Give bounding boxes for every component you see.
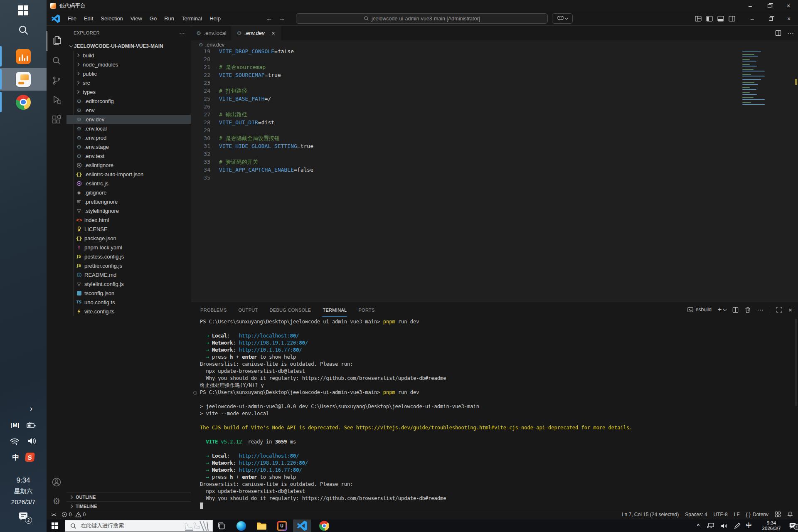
activity-search[interactable] xyxy=(47,51,66,71)
toggle-sidebar-icon[interactable] xyxy=(706,15,713,22)
taskbar-edge[interactable] xyxy=(236,520,246,531)
explorer-root-folder[interactable]: JEELOWCODE-UI-ADMIN-VUE3-MAIN xyxy=(66,42,191,51)
more-actions-icon[interactable]: ⋯ xyxy=(757,306,764,314)
file-prettier-config-js[interactable]: JSprettier.config.js xyxy=(66,261,191,270)
speaker-icon[interactable] xyxy=(27,437,37,445)
activity-extensions[interactable] xyxy=(47,110,66,130)
close-panel-icon[interactable]: × xyxy=(788,306,792,313)
file-env-prod[interactable]: ⚙.env.prod xyxy=(66,133,191,142)
file-eslintignore[interactable]: .eslintignore xyxy=(66,160,191,170)
tray-ime[interactable]: 中 xyxy=(744,520,754,532)
panel-tab-problems[interactable]: PROBLEMS xyxy=(200,303,227,316)
taskbar-file-explorer[interactable] xyxy=(256,520,267,531)
customize-layout-icon[interactable] xyxy=(695,15,702,22)
ime-indicator[interactable]: 中 xyxy=(12,453,20,462)
folder-public[interactable]: public xyxy=(66,69,191,78)
tray-pen[interactable] xyxy=(732,520,743,532)
file-stylelintignore[interactable]: ▽.stylelintignore xyxy=(66,206,191,215)
file-gitignore[interactable]: ◆.gitignore xyxy=(66,188,191,197)
tray-expand[interactable]: ^ xyxy=(693,520,703,532)
os-close-button[interactable]: × xyxy=(779,0,798,12)
taskbar-intellij[interactable]: U xyxy=(276,520,287,531)
im-icon[interactable]: M xyxy=(11,422,19,429)
more-actions-icon[interactable]: ⋯ xyxy=(179,30,185,36)
menu-selection[interactable]: Selection xyxy=(97,12,126,26)
taskbar-chrome[interactable] xyxy=(319,520,330,531)
minimap[interactable] xyxy=(742,51,770,107)
tray-volume[interactable] xyxy=(718,520,730,532)
file-package-json[interactable]: {}package.json xyxy=(66,234,191,243)
file-env-test[interactable]: ⚙.env.test xyxy=(66,151,191,160)
terminal-scrollbar[interactable] xyxy=(795,319,797,406)
os-maximize-button[interactable] xyxy=(760,0,779,12)
close-tab-icon[interactable]: × xyxy=(271,30,275,37)
os-minimize-button[interactable]: – xyxy=(741,0,760,12)
menu-file[interactable]: File xyxy=(64,12,80,26)
problems-status[interactable]: 0 0 xyxy=(62,512,86,517)
extension-status-icon[interactable] xyxy=(775,511,781,517)
panel-tab-output[interactable]: OUTPUT xyxy=(238,303,259,316)
file-tsconfig-json[interactable]: tsconfig.json xyxy=(66,288,191,298)
start-button[interactable] xyxy=(52,522,58,529)
file-editorconfig[interactable]: ⚙.editorconfig xyxy=(66,96,191,106)
host-app-chrome[interactable] xyxy=(0,91,47,113)
eol-sequence[interactable]: LF xyxy=(734,512,740,517)
new-terminal-button[interactable]: + xyxy=(718,306,726,313)
cursor-position[interactable]: Ln 7, Col 15 (24 selected) xyxy=(622,512,679,517)
activity-source-control[interactable] xyxy=(47,71,66,91)
language-mode[interactable]: { } Dotenv xyxy=(746,512,768,517)
battery-icon[interactable] xyxy=(27,422,36,428)
toggle-panel-icon[interactable] xyxy=(717,15,724,22)
back-button[interactable]: ← xyxy=(266,15,273,22)
sogou-input-icon[interactable]: S xyxy=(25,453,34,462)
more-actions-icon[interactable]: ⋯ xyxy=(787,29,794,37)
menu-view[interactable]: View xyxy=(127,12,146,26)
file-stylelint-config-js[interactable]: ▽stylelint.config.js xyxy=(66,279,191,288)
panel-tab-terminal[interactable]: TERMINAL xyxy=(322,303,347,317)
indentation[interactable]: Spaces: 4 xyxy=(685,512,707,517)
wifi-icon[interactable] xyxy=(10,437,20,445)
host-notifications[interactable]: 2 xyxy=(0,508,47,525)
activity-run-debug[interactable] xyxy=(47,90,66,110)
file-env-local[interactable]: ⚙.env.local xyxy=(66,124,191,133)
menu-terminal[interactable]: Terminal xyxy=(178,12,206,26)
activity-settings[interactable]: ⚙ xyxy=(47,491,66,511)
file-uno-config-ts[interactable]: TSuno.config.ts xyxy=(66,298,191,307)
file-postcss-config-js[interactable]: JSpostcss.config.js xyxy=(66,252,191,261)
menu-run[interactable]: Run xyxy=(160,12,178,26)
folder-src[interactable]: src xyxy=(66,78,191,87)
copilot-button[interactable] xyxy=(552,13,573,24)
host-expand-button[interactable]: › xyxy=(0,402,47,415)
taskbar-search[interactable]: 在此键入进行搜索 xyxy=(65,520,213,532)
host-app-remote-desktop[interactable] xyxy=(0,68,47,91)
maximize-panel-icon[interactable] xyxy=(776,307,782,313)
file-env-dev[interactable]: ⚙.env.dev xyxy=(66,115,191,124)
tray-network[interactable] xyxy=(705,520,717,532)
file-prettierignore[interactable]: .prettierignore xyxy=(66,197,191,206)
forward-button[interactable]: → xyxy=(278,15,285,22)
tab-env-dev[interactable]: ⚙.env.dev× xyxy=(232,26,281,40)
menu-go[interactable]: Go xyxy=(146,12,160,26)
menu-edit[interactable]: Edit xyxy=(80,12,97,26)
minimize-button[interactable]: – xyxy=(743,12,761,26)
file-vite-config-ts[interactable]: vite.config.ts xyxy=(66,307,191,316)
file-license[interactable]: LICENSE xyxy=(66,224,191,234)
file-env-stage[interactable]: ⚙.env.stage xyxy=(66,142,191,151)
toggle-secondary-sidebar-icon[interactable] xyxy=(729,15,735,22)
trash-icon[interactable] xyxy=(745,307,751,313)
menu-help[interactable]: Help xyxy=(206,12,224,26)
tray-notifications[interactable]: 1 xyxy=(787,520,798,532)
split-terminal-icon[interactable] xyxy=(732,307,739,313)
breadcrumb[interactable]: ⚙ .env.dev xyxy=(191,40,798,49)
tray-clock[interactable]: 9:34 2026/3/7 xyxy=(756,520,787,532)
file-env[interactable]: ⚙.env xyxy=(66,106,191,115)
file-readme-md[interactable]: README.md xyxy=(66,270,191,279)
terminal-output[interactable]: PS C:\Users\sunxuyang\Desktop\jeelowcode… xyxy=(200,318,794,509)
code-viewport[interactable]: 19VITE_DROP_CONSOLE=false2021# 是否sourcem… xyxy=(191,49,798,302)
host-app-stats[interactable] xyxy=(0,45,47,68)
encoding[interactable]: UTF-8 xyxy=(714,512,728,517)
outline-section[interactable]: OUTLINE xyxy=(66,492,191,501)
command-center[interactable]: jeelowcode-ui-admin-vue3-main [Administr… xyxy=(296,13,548,24)
file-index-html[interactable]: <>index.html xyxy=(66,215,191,224)
folder-build[interactable]: build xyxy=(66,51,191,60)
